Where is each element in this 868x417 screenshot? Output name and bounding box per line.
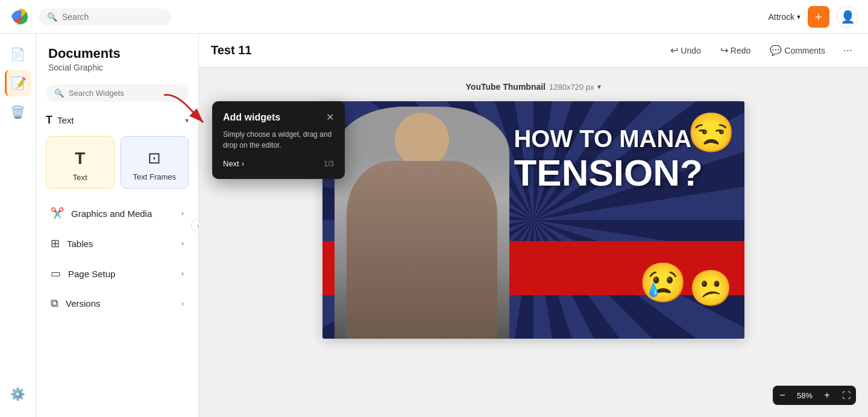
sidebar-header: Documents Social Graphic	[36, 34, 198, 77]
table-icon: ⊞	[51, 237, 60, 250]
sidebar-subtitle: Social Graphic	[48, 63, 186, 72]
rail-item-documents[interactable]: 📄	[5, 41, 31, 67]
zoom-controls: − 58% + ⛶	[773, 386, 856, 405]
gear-icon: ⚙️	[10, 387, 25, 401]
fullscreen-button[interactable]: ⛶	[837, 386, 856, 405]
popup-body: Simply choose a widget, drag and drop on…	[223, 129, 334, 151]
toolbar-right: ↩ Undo ↪ Redo 💬 Comments ···	[665, 40, 856, 60]
versions-icon: ⧉	[51, 297, 58, 310]
graphics-menu-left: ✂️ Graphics and Media	[51, 207, 152, 220]
thumbnail-canvas: HOW TO MANAGE TENSION? 😒 😕 😢	[322, 101, 744, 339]
sidebar-collapse-handle[interactable]: ‹	[191, 218, 199, 233]
versions-label: Versions	[66, 298, 101, 309]
sidebar-search-box[interactable]: 🔍	[46, 84, 189, 102]
tables-label: Tables	[67, 239, 93, 249]
scissors-icon: ✂️	[51, 207, 64, 220]
search-input[interactable]	[62, 12, 163, 22]
chevron-right-icon: ›	[181, 299, 184, 308]
topbar-search-box[interactable]: 🔍	[39, 8, 171, 25]
tables-menu-left: ⊞ Tables	[51, 237, 93, 250]
sidebar-panel: Documents Social Graphic 🔍 T Text ▾ T Te…	[36, 34, 199, 417]
zoom-out-button[interactable]: −	[773, 386, 792, 405]
rail-item-trash[interactable]: 🗑️	[5, 99, 31, 125]
plus-icon: ＋	[813, 8, 825, 25]
canvas-title-line2: TENSION?	[514, 155, 726, 191]
avatar[interactable]: 👤	[837, 6, 858, 28]
canvas-label: YouTube Thumbnail 1280x720 px ▾	[466, 82, 602, 92]
zoom-value: 58%	[792, 391, 817, 400]
text-widget-icon: T	[75, 149, 85, 168]
arrow-right-icon: ›	[242, 159, 244, 168]
popup-counter: 1/3	[324, 160, 334, 168]
sidebar-item-tables[interactable]: ⊞ Tables ›	[41, 230, 193, 257]
fullscreen-icon: ⛶	[842, 390, 851, 400]
canvas-emoji-2: 😕	[689, 268, 732, 309]
popup-close-button[interactable]: ✕	[326, 113, 334, 122]
editor-toolbar: Test 11 ↩ Undo ↪ Redo 💬 Comments ···	[199, 34, 868, 67]
versions-menu-left: ⧉ Versions	[51, 297, 101, 310]
doc-title: Test 11	[211, 43, 251, 57]
widget-search-input[interactable]	[69, 89, 180, 98]
chevron-down-icon: ▾	[797, 13, 800, 21]
chevron-right-icon: ›	[181, 209, 184, 218]
icon-rail: 📄 📝 🗑️ ⚙️	[0, 34, 36, 417]
document-icon: 📄	[10, 47, 25, 61]
canvas-area: Test 11 ↩ Undo ↪ Redo 💬 Comments ···	[199, 34, 868, 417]
page-setup-label: Page Setup	[68, 269, 115, 279]
topbar: 🔍 Attrock ▾ ＋ 👤	[0, 0, 868, 34]
popup-next-button[interactable]: Next ›	[223, 159, 244, 168]
canvas-emoji-3: 😢	[639, 260, 687, 306]
more-options-button[interactable]: ···	[840, 40, 856, 60]
sidebar-title: Documents	[48, 46, 186, 61]
trash-icon: 🗑️	[10, 105, 25, 119]
popup-title: Add widgets	[223, 112, 280, 123]
canvas-dimensions: 1280x720 px	[549, 83, 594, 92]
rail-item-settings[interactable]: ⚙️	[5, 381, 31, 407]
app-logo[interactable]	[10, 7, 29, 27]
canvas-type-label: YouTube Thumbnail	[466, 82, 546, 92]
undo-button[interactable]: ↩ Undo	[665, 41, 705, 60]
add-widgets-popup: Add widgets ✕ Simply choose a widget, dr…	[212, 101, 345, 179]
user-menu[interactable]: Attrock ▾	[768, 12, 800, 22]
widget-frames-label: Text Frames	[133, 172, 176, 181]
chevron-right-icon: ›	[181, 269, 184, 278]
text-section-label: T Text	[46, 114, 74, 127]
popup-header: Add widgets ✕	[223, 112, 334, 123]
comment-icon: 💬	[770, 45, 782, 56]
create-button[interactable]: ＋	[808, 6, 829, 28]
comments-button[interactable]: 💬 Comments	[765, 41, 830, 60]
sidebar-item-page-setup[interactable]: ▭ Page Setup ›	[41, 260, 193, 287]
canvas-emoji-1: 😒	[687, 110, 735, 155]
text-widgets-grid: T Text ⊡ Text Frames	[36, 131, 198, 198]
canvas-dropdown-button[interactable]: ▾	[597, 83, 601, 91]
text-frames-icon: ⊡	[148, 149, 161, 168]
minus-icon: −	[779, 390, 785, 401]
person-icon: 👤	[840, 10, 855, 24]
chevron-down-icon: ▾	[185, 116, 189, 125]
sidebar-item-versions[interactable]: ⧉ Versions ›	[41, 290, 193, 317]
undo-icon: ↩	[670, 45, 678, 56]
widget-text-frames[interactable]: ⊡ Text Frames	[121, 136, 189, 189]
redo-button[interactable]: ↪ Redo	[715, 41, 755, 60]
search-icon: 🔍	[47, 12, 57, 22]
page-icon: ▭	[51, 267, 61, 280]
text-section-header[interactable]: T Text ▾	[36, 109, 198, 131]
sidebar-item-graphics[interactable]: ✂️ Graphics and Media ›	[41, 199, 193, 227]
popup-footer: Next › 1/3	[223, 159, 334, 168]
zoom-in-button[interactable]: +	[817, 386, 837, 405]
canvas-person	[335, 107, 509, 339]
rail-item-editor[interactable]: 📝	[5, 70, 31, 96]
chevron-right-icon: ›	[181, 239, 184, 248]
widget-text[interactable]: T Text	[46, 136, 115, 189]
widget-text-label: Text	[73, 173, 87, 182]
text-type-icon: T	[46, 114, 52, 127]
plus-icon: +	[824, 390, 829, 401]
topbar-right: Attrock ▾ ＋ 👤	[768, 6, 858, 28]
edit-icon: 📝	[11, 76, 27, 90]
page-setup-menu-left: ▭ Page Setup	[51, 267, 115, 280]
search-icon: 🔍	[54, 89, 64, 98]
main-layout: 📄 📝 🗑️ ⚙️ Documents Social Graphic 🔍 T T…	[0, 34, 868, 417]
redo-icon: ↪	[720, 45, 728, 56]
graphics-label: Graphics and Media	[71, 208, 152, 219]
user-name-label: Attrock	[768, 12, 794, 22]
